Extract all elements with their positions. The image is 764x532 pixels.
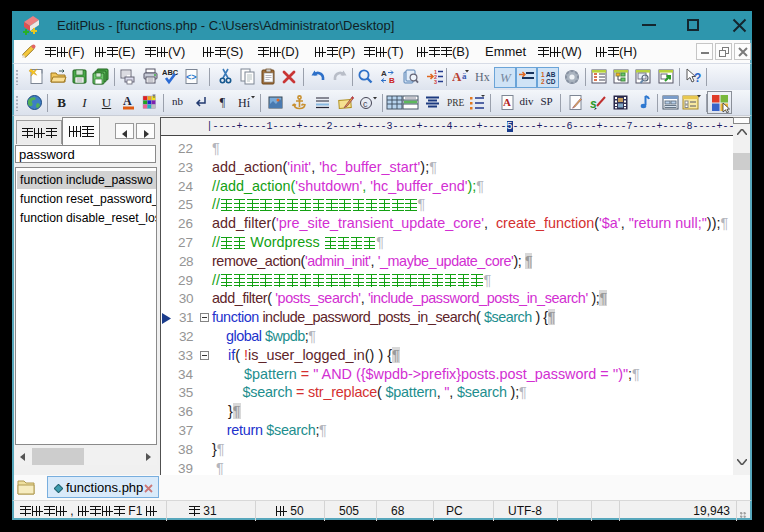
svg-text:PRE: PRE xyxy=(447,98,465,108)
svg-text:Hx: Hx xyxy=(475,70,490,84)
svg-text:?: ? xyxy=(694,71,701,85)
svg-text:AB: AB xyxy=(546,71,556,78)
svg-text:A: A xyxy=(503,96,511,108)
svg-text:<>: <> xyxy=(186,72,197,82)
svg-text:B: B xyxy=(389,76,395,85)
svg-text:ABC: ABC xyxy=(162,68,179,77)
svg-text:ä: ä xyxy=(462,71,467,81)
svg-text:Hí: Hí xyxy=(238,96,251,110)
svg-text:A: A xyxy=(381,69,387,78)
svg-text:c: c xyxy=(363,99,368,109)
svg-text:1: 1 xyxy=(541,71,545,78)
svg-text:2: 2 xyxy=(541,78,545,85)
svg-text:A: A xyxy=(452,69,462,84)
svg-text:A: A xyxy=(123,94,132,108)
svg-text:3: 3 xyxy=(434,79,437,85)
svg-text:W: W xyxy=(500,70,512,85)
svg-text:CD: CD xyxy=(546,78,556,85)
